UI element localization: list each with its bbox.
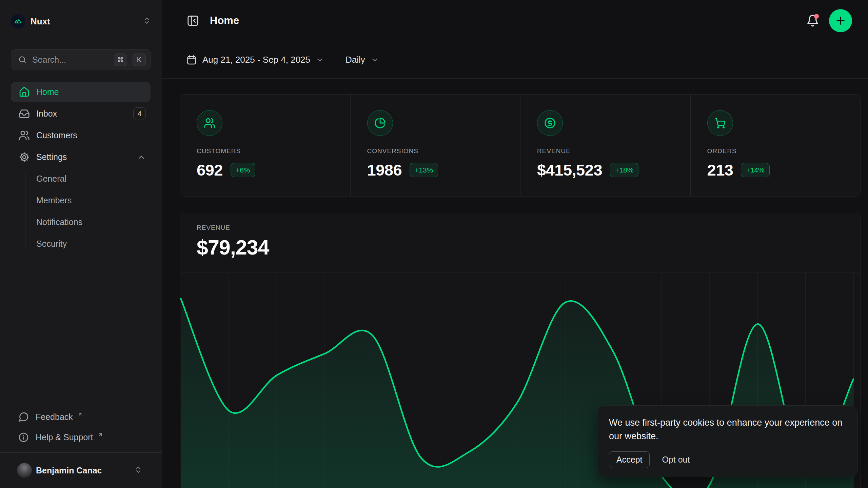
notifications-button[interactable] — [805, 13, 821, 29]
dollar-circle-icon — [537, 110, 563, 136]
external-link-arrow-icon — [77, 412, 83, 417]
chevron-up-icon — [137, 153, 146, 162]
chevron-down-icon — [316, 56, 324, 64]
sidebar-item-notifications[interactable]: Notifications — [11, 212, 151, 232]
search-bar[interactable]: ⌘ K — [11, 49, 151, 70]
cookie-banner: We use first-party cookies to enhance yo… — [597, 405, 858, 477]
sidebar-footer-links: Feedback Help & Support — [11, 407, 151, 447]
cookie-message: We use first-party cookies to enhance yo… — [609, 416, 845, 443]
sidebar-item-label: General — [36, 174, 66, 184]
accept-button[interactable]: Accept — [609, 451, 650, 468]
stat-value: 213 — [707, 161, 733, 179]
date-range-label: Aug 21, 2025 - Sep 4, 2025 — [202, 55, 310, 65]
stat-delta-badge: +14% — [741, 163, 769, 177]
filters-toolbar: Aug 21, 2025 - Sep 4, 2025 Daily — [162, 41, 868, 79]
feedback-link[interactable]: Feedback — [11, 407, 151, 427]
page-title: Home — [210, 15, 805, 27]
external-link-arrow-icon — [98, 432, 103, 438]
sidebar-item-label: Settings — [36, 152, 131, 162]
stat-value: 1986 — [367, 161, 402, 179]
revenue-value: $79,234 — [197, 236, 269, 259]
sidebar-item-label: Notifications — [36, 217, 82, 227]
sidebar: Nuxt ⌘ K Home Inbox 4 Customers — [0, 0, 162, 488]
gear-icon — [19, 151, 30, 163]
inbox-count-badge: 4 — [133, 107, 146, 120]
users-icon — [197, 110, 222, 136]
sidebar-item-home[interactable]: Home — [11, 82, 151, 102]
sidebar-item-members[interactable]: Members — [11, 190, 151, 210]
kbd-cmd: ⌘ — [114, 54, 127, 66]
sidebar-divider — [0, 452, 162, 453]
calendar-icon — [186, 55, 197, 65]
stat-customers: CUSTOMERS 692 +6% — [180, 95, 350, 196]
inbox-icon — [19, 108, 30, 119]
opt-out-button[interactable]: Opt out — [662, 455, 690, 465]
settings-subnav: General Members Notifications Security — [11, 169, 151, 254]
feedback-label: Feedback — [36, 412, 73, 422]
stat-label: ORDERS — [707, 147, 861, 155]
stats-summary-card: CUSTOMERS 692 +6% CONVERSIONS 1986 +13% — [180, 94, 861, 197]
nuxt-logo-icon — [11, 14, 25, 28]
granularity-select[interactable]: Daily — [346, 55, 379, 65]
sidebar-item-security[interactable]: Security — [11, 234, 151, 254]
sidebar-item-customers[interactable]: Customers — [11, 125, 151, 145]
chevrons-up-down-icon — [134, 466, 142, 475]
stat-delta-badge: +18% — [610, 163, 638, 177]
home-icon — [19, 86, 30, 98]
plus-icon — [835, 15, 846, 26]
help-support-label: Help & Support — [36, 432, 93, 442]
subnav-guide-line — [25, 171, 25, 251]
sidebar-item-label: Home — [36, 87, 146, 97]
help-support-link[interactable]: Help & Support — [11, 427, 151, 447]
sidebar-item-label: Inbox — [36, 109, 127, 119]
stat-label: CUSTOMERS — [197, 147, 350, 155]
users-icon — [19, 130, 30, 141]
stat-value: 692 — [197, 161, 223, 179]
search-icon — [18, 55, 27, 64]
pie-chart-icon — [367, 110, 393, 136]
stat-orders: ORDERS 213 +14% — [690, 95, 861, 196]
chevrons-up-down-icon — [143, 17, 151, 26]
workspace-name: Nuxt — [31, 16, 137, 27]
user-name: Benjamin Canac — [36, 466, 130, 475]
stat-revenue: REVENUE $415,523 +18% — [520, 95, 690, 196]
date-range-picker[interactable]: Aug 21, 2025 - Sep 4, 2025 — [186, 55, 324, 65]
stat-label: CONVERSIONS — [367, 147, 520, 155]
dashboard-app: Nuxt ⌘ K Home Inbox 4 Customers — [0, 0, 868, 488]
avatar — [17, 463, 32, 478]
search-input[interactable] — [32, 55, 108, 65]
stat-delta-badge: +13% — [410, 163, 438, 177]
workspace-selector[interactable]: Nuxt — [11, 12, 151, 30]
chevron-down-icon — [371, 56, 379, 64]
stat-value: $415,523 — [537, 161, 602, 179]
user-menu[interactable]: Benjamin Canac — [11, 458, 151, 483]
sidebar-item-label: Members — [36, 196, 72, 205]
message-bubble-icon — [18, 411, 29, 423]
panel-left-icon — [186, 14, 199, 27]
sidebar-collapse-button[interactable] — [186, 14, 200, 27]
sidebar-item-label: Security — [36, 239, 67, 249]
shopping-cart-icon — [707, 110, 733, 136]
sidebar-item-inbox[interactable]: Inbox 4 — [11, 104, 151, 124]
sidebar-item-label: Customers — [36, 130, 146, 140]
sidebar-nav: Home Inbox 4 Customers Settings — [11, 82, 151, 256]
sidebar-item-general[interactable]: General — [11, 169, 151, 189]
kbd-k: K — [133, 54, 146, 66]
page-header: Home — [162, 0, 868, 41]
granularity-label: Daily — [346, 55, 365, 65]
stat-delta-badge: +6% — [231, 163, 255, 177]
sidebar-item-settings[interactable]: Settings — [11, 147, 151, 167]
notification-dot — [814, 14, 819, 19]
stat-label: REVENUE — [537, 147, 690, 155]
add-button[interactable] — [829, 9, 852, 32]
revenue-label: REVENUE — [197, 224, 230, 231]
info-circle-icon — [18, 432, 29, 443]
stat-conversions: CONVERSIONS 1986 +13% — [350, 95, 520, 196]
